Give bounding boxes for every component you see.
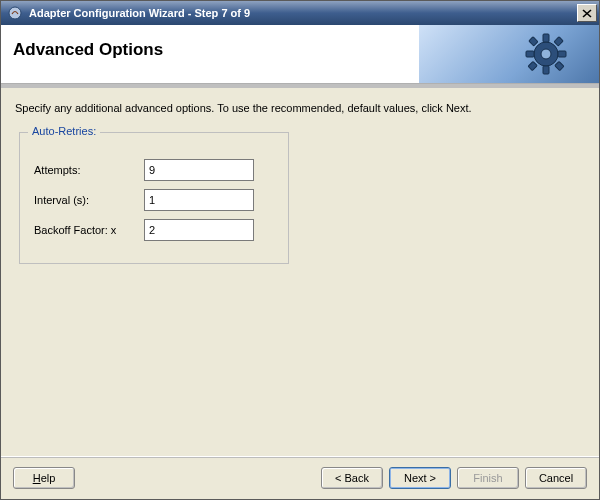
field-row-attempts: Attempts:: [34, 159, 274, 181]
banner: Advanced Options: [1, 25, 599, 84]
back-button[interactable]: < Back: [321, 467, 383, 489]
cancel-button[interactable]: Cancel: [525, 467, 587, 489]
page-title: Advanced Options: [13, 40, 163, 60]
svg-point-0: [9, 7, 21, 19]
button-bar: Help < Back Next > Finish Cancel: [1, 456, 599, 499]
interval-label: Interval (s):: [34, 194, 144, 206]
attempts-input[interactable]: [144, 159, 254, 181]
next-button[interactable]: Next >: [389, 467, 451, 489]
app-icon: [7, 5, 23, 21]
wizard-window: Adapter Configuration Wizard - Step 7 of…: [0, 0, 600, 500]
group-legend: Auto-Retries:: [28, 125, 100, 137]
content-area: Specify any additional advanced options.…: [1, 88, 599, 456]
svg-rect-11: [554, 37, 563, 46]
window-title: Adapter Configuration Wizard - Step 7 of…: [29, 7, 577, 19]
gear-icon: [523, 31, 569, 79]
field-row-backoff: Backoff Factor: x: [34, 219, 274, 241]
backoff-input[interactable]: [144, 219, 254, 241]
svg-rect-6: [543, 66, 549, 74]
instruction-text: Specify any additional advanced options.…: [15, 102, 587, 114]
titlebar: Adapter Configuration Wizard - Step 7 of…: [1, 1, 599, 25]
field-row-interval: Interval (s):: [34, 189, 274, 211]
svg-rect-5: [543, 34, 549, 42]
svg-point-4: [541, 49, 551, 59]
banner-graphic: [419, 25, 599, 83]
svg-rect-8: [558, 51, 566, 57]
help-button[interactable]: Help: [13, 467, 75, 489]
backoff-label: Backoff Factor: x: [34, 224, 144, 236]
attempts-label: Attempts:: [34, 164, 144, 176]
auto-retries-group: Auto-Retries: Attempts: Interval (s): Ba…: [19, 132, 289, 264]
svg-rect-12: [528, 61, 537, 70]
svg-rect-10: [555, 61, 564, 70]
finish-button: Finish: [457, 467, 519, 489]
interval-input[interactable]: [144, 189, 254, 211]
svg-rect-9: [529, 37, 538, 46]
svg-rect-7: [526, 51, 534, 57]
close-button[interactable]: [577, 4, 597, 22]
